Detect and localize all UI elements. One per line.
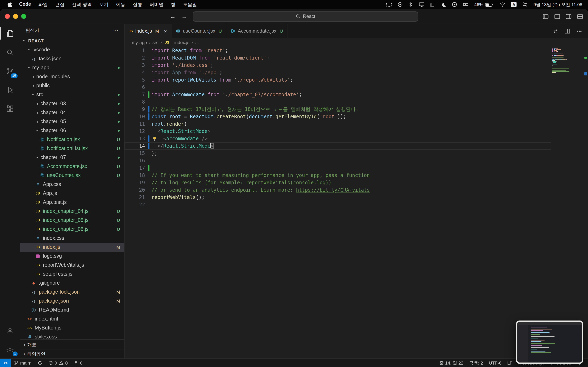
code-line-20[interactable]: 20// or send to an analytics endpoint. L…: [125, 186, 551, 194]
tree-item-index.css[interactable]: #index.css: [20, 234, 124, 243]
menubar-item-4[interactable]: 선택 영역: [68, 1, 95, 8]
menubar-item-9[interactable]: 창: [167, 1, 179, 8]
menubar-item-7[interactable]: 실행: [129, 1, 146, 8]
tree-item-chapter_05[interactable]: ›chapter_05: [20, 117, 124, 126]
tree-item-setupTests.js[interactable]: JSsetupTests.js: [20, 269, 124, 278]
playback-icon[interactable]: [452, 2, 458, 7]
tree-item-index_chapter_04.js[interactable]: JSindex_chapter_04.jsU: [20, 207, 124, 216]
tree-item-my-app[interactable]: ›my-app: [20, 63, 124, 72]
code-line-3[interactable]: 3import './index.css';: [125, 62, 551, 69]
open-changes-icon[interactable]: [553, 28, 559, 34]
menubar-item-1[interactable]: Code: [16, 1, 35, 8]
tree-item-index_chapter_06.js[interactable]: JSindex_chapter_06.jsU: [20, 225, 124, 234]
tree-item-index.js[interactable]: JSindex.jsM: [20, 243, 124, 252]
explorer-icon[interactable]: [0, 24, 20, 43]
tree-item-tasks.json[interactable]: {}tasks.json: [20, 54, 124, 63]
command-center-search[interactable]: React: [193, 11, 418, 21]
lightbulb-icon[interactable]: [152, 136, 157, 142]
code-line-15[interactable]: 15);: [125, 150, 551, 157]
window-titlebar[interactable]: ← → React: [0, 9, 588, 24]
source-control-icon[interactable]: 16: [0, 62, 20, 80]
screen-capture-icon[interactable]: [386, 1, 392, 8]
tab-index.js[interactable]: JSindex.jsM×: [125, 24, 172, 38]
code-line-11[interactable]: 11root.render(: [125, 120, 551, 128]
tree-item-index.html[interactable]: <>index.html: [20, 314, 124, 323]
tree-item-styles.css[interactable]: #styles.css: [20, 332, 124, 339]
stage-manager-icon[interactable]: [430, 2, 436, 7]
sync-button[interactable]: [35, 359, 45, 367]
tree-item-App.css[interactable]: #App.css: [20, 180, 124, 189]
code-line-12[interactable]: 12 <React.StrictMode>: [125, 128, 551, 135]
code-line-2[interactable]: 2import ReactDOM from 'react-dom/client'…: [125, 54, 551, 62]
chevron-right-icon[interactable]: ›: [35, 110, 40, 115]
code-line-8[interactable]: 8: [125, 98, 551, 106]
tree-item-chapter_07[interactable]: ›chapter_07: [20, 153, 124, 162]
tree-item-README.md[interactable]: ⓘREADME.md: [20, 305, 124, 314]
display-icon[interactable]: [419, 2, 425, 7]
menubar-clock[interactable]: 9월 13일 (수) 오전 11:08: [534, 1, 584, 8]
zoom-window-button[interactable]: [21, 14, 26, 19]
split-editor-icon[interactable]: [564, 28, 571, 34]
breadcrumb-symbol[interactable]: ...: [195, 40, 199, 45]
code-line-1[interactable]: 1import React from 'react';: [125, 47, 551, 54]
tree-item-chapter_03[interactable]: ›chapter_03: [20, 99, 124, 108]
tree-item-NotificationList.jsx[interactable]: NotificationList.jsxU: [20, 144, 124, 153]
tree-item-Accommodate.jsx[interactable]: Accommodate.jsxU: [20, 162, 124, 171]
code-line-22[interactable]: 22: [125, 201, 551, 208]
toggle-panel-icon[interactable]: [554, 13, 560, 19]
remote-indicator[interactable]: ><: [0, 359, 11, 367]
indentation-status[interactable]: 공백: 2: [466, 359, 486, 367]
tree-item-public[interactable]: ›public: [20, 81, 124, 90]
menubar-item-10[interactable]: 도움말: [179, 1, 201, 8]
code-line-10[interactable]: 10const root = ReactDOM.createRoot(docum…: [125, 113, 551, 120]
code-line-21[interactable]: 21reportWebVitals();: [125, 194, 551, 201]
menubar-item-3[interactable]: 편집: [52, 1, 68, 8]
code-line-7[interactable]: 7import Accommodate from './chapter_07/A…: [125, 91, 551, 98]
code-editor[interactable]: 1import React from 'react';2import React…: [125, 47, 588, 359]
tree-item-useCounter.jsx[interactable]: useCounter.jsxU: [20, 171, 124, 180]
record-icon[interactable]: [398, 2, 403, 7]
keys-icon[interactable]: [463, 2, 469, 7]
tree-item-App.js[interactable]: JSApp.js: [20, 189, 124, 198]
code-line-19[interactable]: 19// to log results (for example: report…: [125, 179, 551, 186]
chevron-right-icon[interactable]: ›: [35, 101, 40, 106]
breadcrumb-file[interactable]: index.js: [174, 40, 190, 45]
minimap[interactable]: [552, 48, 581, 75]
chevron-down-icon[interactable]: ›: [27, 65, 32, 71]
outline-section-header[interactable]: › 개요: [20, 340, 124, 349]
tree-item-Notification.jsx[interactable]: Notification.jsxU: [20, 135, 124, 144]
code-line-13[interactable]: 13 <Accommodate />: [125, 135, 551, 142]
close-icon[interactable]: ×: [164, 28, 167, 34]
menubar-item-2[interactable]: 파일: [35, 1, 52, 8]
settings-gear-icon[interactable]: 1: [0, 340, 20, 359]
chevron-down-icon[interactable]: ›: [35, 128, 40, 133]
tree-item-MyButton.js[interactable]: JSMyButton.js: [20, 323, 124, 332]
toggle-primary-sidebar-icon[interactable]: [543, 13, 549, 19]
chevron-down-icon[interactable]: ›: [31, 92, 36, 98]
screenshot-thumbnail[interactable]: [516, 320, 583, 364]
code-line-9[interactable]: 9// 강의는 React 17버전이고, 현재는 18버전으로 코드를 밑에처…: [125, 106, 551, 113]
tree-item-index_chapter_05.js[interactable]: JSindex_chapter_05.jsU: [20, 216, 124, 225]
code-line-16[interactable]: 16: [125, 157, 551, 164]
customize-layout-icon[interactable]: [577, 13, 583, 19]
bluetooth-icon[interactable]: [408, 2, 414, 7]
eol-status[interactable]: LF: [504, 359, 515, 367]
ports-status[interactable]: 0: [71, 359, 85, 367]
chevron-down-icon[interactable]: ›: [35, 155, 40, 160]
breadcrumb-folder[interactable]: my-app: [132, 40, 147, 45]
cursor-position[interactable]: 줄 14, 열 22: [437, 359, 466, 367]
code-line-18[interactable]: 18// If you want to start measuring perf…: [125, 172, 551, 179]
tree-item-src[interactable]: ›src: [20, 90, 124, 99]
problems-status[interactable]: 0 0: [45, 359, 71, 367]
navigate-forward-button[interactable]: →: [181, 13, 187, 20]
tree-item-.gitignore[interactable]: ◆.gitignore: [20, 278, 124, 287]
code-line-5[interactable]: 5import reportWebVitals from './reportWe…: [125, 76, 551, 83]
code-line-4[interactable]: 4import App from './App';: [125, 69, 551, 76]
toggle-secondary-sidebar-icon[interactable]: [566, 13, 572, 19]
navigate-back-button[interactable]: ←: [170, 13, 176, 20]
chevron-right-icon[interactable]: ›: [31, 74, 36, 79]
minimize-window-button[interactable]: [13, 14, 18, 19]
breadcrumb-folder[interactable]: src: [153, 40, 158, 45]
apple-menu-icon[interactable]: [4, 2, 16, 7]
timeline-section-header[interactable]: › 타임라인: [20, 349, 124, 359]
